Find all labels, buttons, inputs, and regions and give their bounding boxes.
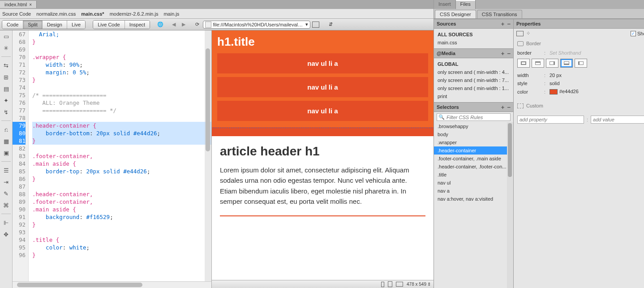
- inspect-button[interactable]: Inspect: [125, 21, 150, 29]
- collapse-icon[interactable]: ✳: [2, 44, 10, 52]
- balance-braces-icon[interactable]: ⊞: [2, 73, 10, 81]
- related-file[interactable]: main.js: [163, 11, 179, 17]
- nav-forward-icon[interactable]: ▶: [180, 21, 188, 29]
- selector-item[interactable]: body: [438, 130, 510, 138]
- selector-item[interactable]: .browsehappy: [438, 122, 510, 130]
- media-item[interactable]: only screen and ( min-width : 1...: [438, 84, 510, 92]
- outdent-icon[interactable]: ✎: [2, 189, 10, 198]
- selector-filter[interactable]: 🔍: [437, 113, 511, 121]
- related-file[interactable]: main.css*: [81, 11, 104, 17]
- format-icon[interactable]: ⌘: [2, 201, 10, 209]
- selector-item[interactable]: .header-container: [434, 146, 513, 155]
- selector-item[interactable]: nav a: [438, 187, 510, 195]
- border-bottom[interactable]: [560, 59, 573, 68]
- related-file[interactable]: normalize.min.css: [36, 11, 76, 17]
- view-mode-live[interactable]: Live: [67, 21, 85, 29]
- add-property-input[interactable]: [517, 116, 584, 124]
- tab-insert[interactable]: Insert: [434, 0, 456, 9]
- panel-top-tabs: Insert Files: [434, 0, 644, 9]
- horizontal-scrollbar[interactable]: [13, 281, 211, 288]
- border-top[interactable]: [532, 59, 544, 68]
- related-file[interactable]: modernizr-2.6.2.min.js: [110, 11, 159, 17]
- panel-icon-1[interactable]: [312, 21, 319, 28]
- code-editor[interactable]: 6768697071727374757677787980818283848586…: [13, 30, 211, 281]
- border-side-selector: [514, 57, 644, 71]
- more-category-icon[interactable]: ⁘: [526, 30, 531, 36]
- property-row-style[interactable]: style:solid: [514, 79, 644, 87]
- tab-css-transitions[interactable]: CSS Transitions: [477, 10, 522, 18]
- media-item[interactable]: only screen and ( min-width : 7...: [438, 76, 510, 84]
- view-mode-design[interactable]: Design: [43, 21, 67, 29]
- tab-files[interactable]: Files: [456, 0, 476, 9]
- layout-category-icon[interactable]: [516, 31, 524, 36]
- preview-divider: [220, 215, 425, 216]
- indent-icon[interactable]: ⇥: [2, 178, 10, 186]
- selector-item[interactable]: nav a:hover, nav a:visited: [438, 195, 510, 203]
- download-icon[interactable]: ⇵: [326, 21, 335, 29]
- viewport-size[interactable]: 478 x 549 ⇕: [407, 282, 431, 287]
- select-parent-icon[interactable]: ⇆: [2, 61, 10, 69]
- highlight-icon[interactable]: ✦: [2, 96, 10, 104]
- view-mode-code[interactable]: Code: [2, 21, 23, 29]
- preview-viewport[interactable]: h1.title nav ul li a nav ul li a nav ul …: [212, 30, 434, 280]
- border-right[interactable]: [546, 59, 558, 68]
- remove-source-icon[interactable]: −: [507, 21, 511, 27]
- tool-b-icon[interactable]: ✥: [2, 230, 10, 238]
- property-row-width[interactable]: width:20 px: [514, 71, 644, 79]
- globe-icon[interactable]: 🌐: [156, 21, 164, 29]
- show-set-checkbox[interactable]: ✓ Show Set: [631, 31, 644, 36]
- selectors-scrollbar[interactable]: [507, 122, 513, 288]
- apply-comment-icon[interactable]: ⎌: [2, 125, 10, 133]
- border-all[interactable]: [517, 59, 530, 68]
- tab-css-designer[interactable]: CSS Designer: [435, 10, 476, 18]
- refresh-icon[interactable]: ⟳: [193, 21, 201, 29]
- add-source-icon[interactable]: +: [501, 21, 505, 27]
- selector-item[interactable]: nav ul: [438, 179, 510, 187]
- border-left[interactable]: [575, 59, 587, 68]
- code-lines[interactable]: Arial;}.wrapper { width: 90%; margin: 0 …: [29, 30, 211, 281]
- border-shorthand-row[interactable]: border : Set Shorthand: [514, 49, 644, 57]
- desktop-icon[interactable]: [396, 282, 403, 287]
- selector-item[interactable]: .wrapper: [438, 138, 510, 146]
- recent-snippets-icon[interactable]: ▣: [2, 149, 10, 157]
- line-gutter: 6768697071727374757677787980818283848586…: [13, 30, 29, 281]
- property-row-color[interactable]: color:#e44d26: [514, 87, 644, 96]
- source-item[interactable]: ALL SOURCES: [438, 30, 510, 39]
- tool-a-icon[interactable]: ⊩: [2, 219, 10, 227]
- address-dropdown[interactable]: file:///Macintosh%20HD/Users/mailevalent…: [203, 21, 310, 29]
- live-code-button[interactable]: Live Code: [93, 21, 125, 29]
- preview-h1-title: h1.title: [217, 35, 428, 49]
- selector-item[interactable]: .header-container, .footer-con...: [438, 163, 510, 171]
- media-item[interactable]: print: [438, 92, 510, 100]
- view-mode-group: CodeSplitDesignLive: [2, 20, 86, 29]
- add-value-input[interactable]: [591, 116, 644, 124]
- open-docs-icon[interactable]: ▭: [2, 32, 10, 40]
- remove-selector-icon[interactable]: −: [507, 104, 511, 111]
- add-selector-icon[interactable]: +: [501, 104, 505, 111]
- media-item[interactable]: GLOBAL: [438, 60, 510, 68]
- line-numbers-icon[interactable]: ▤: [2, 85, 10, 93]
- wrap-tag-icon[interactable]: ▦: [2, 137, 10, 145]
- size-stepper-icon[interactable]: ⇕: [427, 282, 431, 287]
- panel-sub-tabs: CSS Designer CSS Transitions: [434, 9, 644, 19]
- coding-toolbar: ▭ ✳ ⇆ ⊞ ▤ ✦ ↯ ⎌ ▦ ▣ ☰ ⇥ ✎ ⌘ ⊩ ✥: [0, 30, 13, 288]
- selector-item[interactable]: .footer-container, .main aside: [438, 155, 510, 163]
- remove-media-icon[interactable]: −: [507, 50, 511, 57]
- tablet-icon[interactable]: [388, 281, 392, 287]
- media-item[interactable]: only screen and ( min-width : 4...: [438, 68, 510, 76]
- vertical-scrollbar[interactable]: [205, 30, 211, 281]
- source-code-label[interactable]: Source Code: [2, 11, 31, 17]
- phone-icon[interactable]: [381, 282, 384, 287]
- chevron-down-icon: ▾: [305, 21, 308, 27]
- close-icon[interactable]: ×: [29, 2, 32, 7]
- move-css-icon[interactable]: ☰: [2, 166, 10, 174]
- preview-nav-item: nav ul li a: [217, 53, 428, 73]
- nav-back-icon[interactable]: ◀: [170, 21, 178, 29]
- selector-item[interactable]: .title: [438, 171, 510, 179]
- view-mode-split[interactable]: Split: [23, 21, 42, 29]
- file-tab[interactable]: index.html ×: [0, 1, 37, 8]
- add-media-icon[interactable]: +: [501, 50, 505, 57]
- syntax-icon[interactable]: ↯: [2, 108, 10, 116]
- selector-filter-input[interactable]: [447, 115, 509, 120]
- source-item[interactable]: main.css: [438, 39, 510, 47]
